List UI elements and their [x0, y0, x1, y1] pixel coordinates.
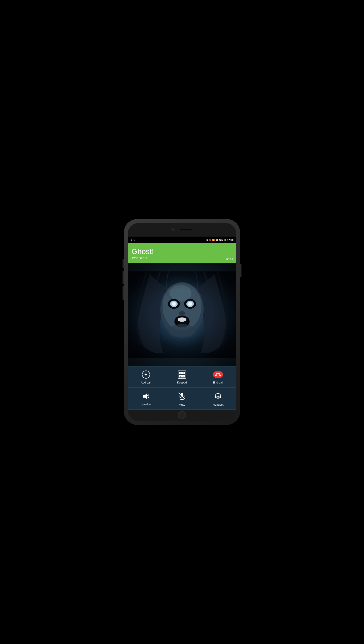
volume-up-button[interactable]	[122, 270, 124, 284]
power-button[interactable]	[240, 264, 242, 277]
headset-icon	[214, 392, 222, 401]
battery-percent: 43%	[219, 239, 223, 241]
keypad-icon: 1 2 3 4	[178, 370, 186, 378]
svg-rect-26	[220, 396, 221, 398]
keypad-cell-3: 3	[179, 375, 182, 378]
battery-icon: 🔋	[224, 239, 226, 241]
home-button[interactable]	[178, 411, 186, 419]
mute-icon	[178, 392, 186, 401]
end-call-icon-wrap	[213, 370, 223, 378]
keypad-label: Keypad	[177, 381, 187, 384]
phone-bottom-hardware	[128, 410, 236, 421]
svg-point-19	[220, 375, 221, 376]
alarm-icon: ⊙	[130, 239, 132, 241]
status-time: 17:38	[227, 238, 234, 241]
add-call-icon	[142, 370, 150, 378]
mute-label: Mute	[179, 403, 185, 406]
mute-button[interactable]: Mute	[164, 388, 200, 410]
svg-point-18	[215, 375, 217, 376]
call-timer: 00:03	[226, 258, 233, 261]
svg-rect-16	[128, 272, 236, 358]
phone-top-hardware	[128, 223, 236, 236]
keypad-cell-1: 1	[179, 372, 182, 374]
network-icon: N	[206, 239, 208, 241]
signal-icon: 📶	[216, 239, 218, 241]
headset-button[interactable]: Headset	[200, 388, 236, 410]
front-camera	[172, 228, 174, 232]
keypad-cell-2: 2	[182, 372, 185, 374]
caller-number: 123456789	[132, 256, 232, 260]
volume-silent-button[interactable]	[122, 260, 124, 268]
caller-photo	[128, 263, 236, 366]
mute-icon: 🔇	[209, 239, 211, 241]
play-icon: ▶	[134, 239, 135, 241]
headset-label: Headset	[213, 403, 223, 406]
speaker-icon	[142, 392, 150, 400]
end-call-label: End call	[213, 381, 223, 384]
phone-display: ⊙ ▶ N 🔇 📶 📶 43% 🔋 17:38 Ghost! 123456789…	[128, 236, 236, 410]
wifi-icon: 📶	[212, 239, 215, 241]
end-call-button[interactable]: End call	[200, 366, 236, 388]
volume-down-button[interactable]	[122, 286, 124, 300]
status-bar: ⊙ ▶ N 🔇 📶 📶 43% 🔋 17:38	[128, 236, 236, 243]
call-header: Ghost! 123456789 00:03	[128, 243, 236, 263]
phone-screen: ⊙ ▶ N 🔇 📶 📶 43% 🔋 17:38 Ghost! 123456789…	[128, 223, 236, 421]
end-call-icon	[213, 371, 223, 378]
earpiece-speaker	[179, 229, 192, 231]
keypad-cell-4: 4	[182, 375, 185, 378]
add-call-label: Add call	[141, 381, 151, 384]
svg-marker-20	[143, 393, 147, 399]
status-right-info: N 🔇 📶 📶 43% 🔋 17:38	[206, 238, 234, 241]
phone-device: ⊙ ▶ N 🔇 📶 📶 43% 🔋 17:38 Ghost! 123456789…	[124, 219, 240, 425]
call-controls: Add call 1 2 3 4 Keypad	[128, 366, 236, 410]
speaker-button[interactable]: Speaker	[128, 388, 164, 410]
caller-name: Ghost!	[132, 247, 232, 256]
keypad-button[interactable]: 1 2 3 4 Keypad	[164, 366, 200, 388]
speaker-label: Speaker	[140, 402, 151, 406]
svg-rect-17	[213, 372, 223, 378]
status-left-icons: ⊙ ▶	[130, 239, 135, 241]
add-call-button[interactable]: Add call	[128, 366, 164, 388]
svg-rect-25	[215, 396, 216, 398]
